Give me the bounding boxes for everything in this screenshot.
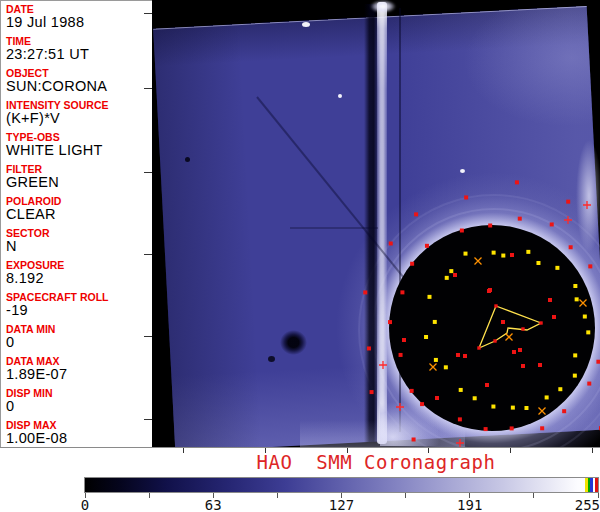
marker-plus [583,201,591,209]
calibration-dot [427,295,431,299]
calibration-dot [596,360,600,364]
calibration-dot [501,254,505,258]
field-value: 19 Jul 1988 [6,15,152,30]
colorbar-end-stripe [588,478,590,492]
calibration-dot [586,330,590,334]
field-label: SPACECRAFT ROLL [6,292,152,303]
calibration-dot [463,354,467,358]
axis-tick-left [144,336,152,337]
calibration-dot [399,353,403,357]
field-value: 1.00E-08 [6,431,152,446]
colorbar-tick-label: 191 [457,497,482,512]
field-value: CLEAR [6,207,152,222]
field-label: SECTOR [6,228,152,239]
colorbar [84,477,599,493]
calibration-dot [363,290,367,294]
colorbar-labels: 063127191255 [85,497,598,511]
axis-tick-left [144,419,152,420]
field-value: -19 [6,303,152,318]
calibration-dot [526,250,530,254]
polygon-vertex-dot [477,346,480,349]
calibration-dot [410,389,414,393]
calibration-dot [587,382,591,386]
sidebar-field: FILTERGREEN [6,164,152,190]
calibration-dot [488,223,492,227]
field-value: GREEN [6,175,152,190]
colorbar-end-stripe [590,478,593,492]
app-window: DATE19 Jul 1988TIME23:27:51 UTOBJECTSUN:… [0,0,600,512]
axis-tick-left [144,13,152,14]
calibration-dot [367,346,371,350]
calibration-dot [552,315,556,319]
calibration-dot [435,396,439,400]
field-label: DISP MIN [6,388,152,399]
axis-tick-left [144,254,152,255]
colorbar-end-stripe [593,478,595,492]
marker-plus [396,403,404,411]
calibration-dot [456,353,460,357]
colorbar-end-stripe [585,478,588,492]
calibration-dot [464,195,468,199]
colorbar-tick-label: 255 [575,497,600,512]
field-value: SUN:CORONA [6,79,152,94]
calibration-dot [460,228,464,232]
polygon-vertex-dot [493,339,496,342]
sidebar-field: EXPOSURE8.192 [6,260,152,286]
calibration-dot [492,251,496,255]
calibration-dot [402,338,406,342]
calibration-dot [388,320,392,324]
sidebar-field: OBJECTSUN:CORONA [6,68,152,94]
calibration-dot [510,253,514,257]
calibration-dot [550,222,554,226]
calibration-dot [501,320,505,324]
calibration-dot [473,396,477,400]
sidebar-field: TIME23:27:51 UT [6,36,152,62]
image-panel [152,0,600,447]
calibration-dot [515,180,519,184]
calibration-dot [434,358,438,362]
calibration-dot [518,217,522,221]
sidebar-field: DATE19 Jul 1988 [6,4,152,30]
calibration-dot [410,262,414,266]
field-value: WHITE LIGHT [6,143,152,158]
metadata-sidebar: DATE19 Jul 1988TIME23:27:51 UTOBJECTSUN:… [0,0,152,447]
calibration-dot [400,290,404,294]
calibration-dot [464,252,468,256]
sidebar-field: DATA MAX1.89E-07 [6,356,152,382]
calibration-dot [445,276,449,280]
calibration-dot [453,273,457,277]
calibration-dot [424,335,428,339]
sidebar-field: DATA MIN0 [6,324,152,350]
field-value: 1.89E-07 [6,367,152,382]
colorbar-gradient [85,478,598,492]
calibration-dot [583,315,587,319]
calibration-dot [573,374,577,378]
calibration-dot [540,426,544,430]
calibration-dot [510,426,514,430]
calibration-dot [518,348,522,352]
overlay-svg [152,0,600,447]
calibration-dot [485,383,489,387]
calibration-dot [575,297,579,301]
calibration-dot [511,406,515,410]
field-value: 0 [6,335,152,350]
calibration-dot [420,402,424,406]
calibration-dot [491,405,495,409]
marker-plus [456,439,464,447]
sidebar-field: INTENSITY SOURCE(K+F)*V [6,100,152,126]
field-value: (K+F)*V [6,111,152,126]
calibration-dot [444,365,448,369]
colorbar-end-stripe [595,478,598,492]
calibration-dot [573,353,577,357]
calibration-dot [558,387,562,391]
calibration-dot [536,261,540,265]
calibration-dot [370,390,374,394]
calibration-dot [521,364,525,368]
colorbar-tick-label: 0 [81,497,89,512]
field-value: 8.192 [6,271,152,286]
colorbar-tick-label: 127 [329,497,354,512]
field-value: 23:27:51 UT [6,47,152,62]
calibration-dot [458,417,462,421]
calibration-dot [562,409,566,413]
calibration-dot [412,437,416,441]
